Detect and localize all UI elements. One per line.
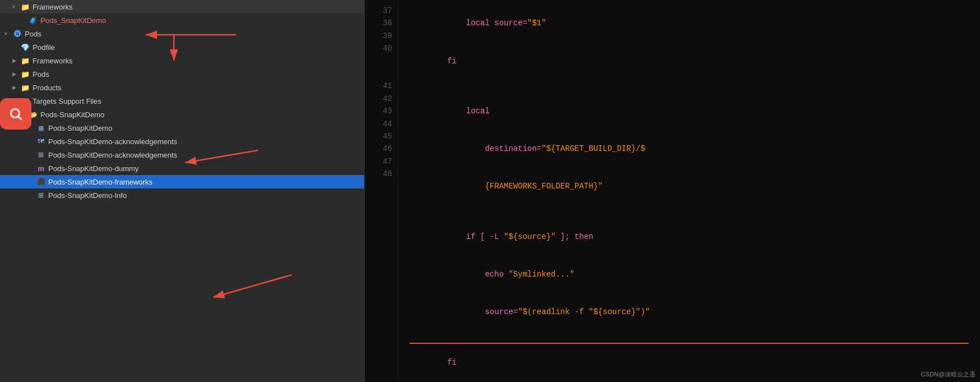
code-line-42: if [ -L "${source}" ]; then [410,218,969,256]
folder-icon: 📁 [20,2,30,12]
grid-icon: ⊞ [36,190,46,200]
tree-item-label: Pods [25,30,42,38]
tree-item-label: Pods-SnapKitDemo [40,111,104,119]
tree-item-label: Podfile [33,43,55,52]
code-line-37: local source="$1" [410,4,969,42]
package-icon: 🧳 [28,15,38,25]
code-line-45: fi [410,344,969,381]
xcconfig-icon: ▦ [36,123,46,133]
doc-icon: 🗺 [36,136,46,146]
tree-item-pods-snapkitdemo-top[interactable]: 🧳 Pods_SnapKitDemo [0,13,364,27]
tree-item-pods-ack2[interactable]: ⊞ Pods-SnapKitDemo-acknowledgements [0,148,364,162]
tree-item-label: Frameworks [33,3,73,11]
collapse-arrow: ▾ [4,31,12,36]
code-lines: local source="$1" fi local destination="… [398,0,980,382]
folder-icon: 📁 [20,56,30,66]
code-line-40c: {FRAMEWORKS_FOLDER_PATH}" [410,168,969,205]
code-line-39 [410,80,969,92]
tree-item-label: Pods-SnapKitDemo-acknowledgements [48,151,177,159]
podfile-icon: 💎 [20,42,30,52]
tree-item-pods[interactable]: ▾ 🅐 Pods [0,27,364,40]
tree-item-pods-sub[interactable]: ▶ 📁 Pods [0,67,364,81]
tree-item-pods-ack1[interactable]: 🗺 Pods-SnapKitDemo-acknowledgements [0,135,364,148]
tree-item-podfile[interactable]: 💎 Podfile [0,40,364,54]
search-button[interactable] [0,98,31,130]
collapse-arrow: ▾ [12,4,20,10]
tree-item-frameworks[interactable]: ▶ 📁 Frameworks [0,54,364,67]
watermark: CSDN@淡暗云之遥 [921,370,976,380]
tree-item-label: Pods-SnapKitDemo [48,124,112,132]
tree-item-label: Pods-SnapKitDemo-frameworks [48,178,153,186]
tree-item-label: Pods-SnapKitDemo-Info [48,191,127,200]
m-icon: m [36,163,46,173]
line-numbers: 37 38 39 40 41 42 43 44 45 46 47 48 [365,0,398,382]
tree-item-label: Pods-SnapKitDemo-acknowledgements [48,137,177,146]
tree-item-label: Pods-SnapKitDemo-dummy [48,164,139,173]
tree-item-pods-snapkitdemo-group[interactable]: ▾ 📂 Pods-SnapKitDemo [0,108,364,121]
tree-item-pods-dummy[interactable]: m Pods-SnapKitDemo-dummy [0,162,364,175]
code-line-44: source="$(readlink -f "${source}")" [410,293,969,344]
code-line-43: echo "Symlinked..." [410,256,969,293]
tree-item-pods-snapkitdemo-xcconfig[interactable]: ▦ Pods-SnapKitDemo [0,121,364,135]
tree-item-products[interactable]: ▶ 📁 Products [0,81,364,94]
file-tree-panel: ▾ 📁 Frameworks 🧳 Pods_SnapKitDemo ▾ 🅐 Po… [0,0,365,382]
folder-icon: 📁 [20,69,30,79]
grid-icon: ⊞ [36,150,46,160]
collapse-arrow: ▶ [12,58,20,63]
code-line-40: local [410,93,969,130]
tree-item-pods-info[interactable]: ⊞ Pods-SnapKitDemo-Info [0,188,364,202]
app-icon: 🅐 [12,29,22,39]
tree-item-label: Targets Support Files [33,97,102,105]
collapse-arrow: ▶ [12,85,20,90]
tree-item-label: Pods_SnapKitDemo [40,16,106,25]
code-line-41 [410,205,969,218]
svg-line-4 [213,275,292,297]
terminal-icon: ⬛ [36,177,46,187]
code-editor: 37 38 39 40 41 42 43 44 45 46 47 48 loca… [365,0,980,382]
tree-item-label: Products [33,84,61,92]
collapse-arrow: ▶ [12,71,20,77]
folder-icon: 📁 [20,82,30,93]
code-line-40b: destination="${TARGET_BUILD_DIR}/$ [410,130,969,168]
tree-item-targets-support[interactable]: ▾ 📁 Targets Support Files [0,94,364,108]
tree-item-label: Pods [33,70,49,79]
tree-item-label: Frameworks [33,57,73,65]
tree-item-pods-frameworks[interactable]: ⬛ Pods-SnapKitDemo-frameworks [0,175,364,188]
svg-line-6 [19,117,22,120]
svg-point-5 [11,109,19,117]
code-line-38: fi [410,42,969,80]
search-icon [8,107,23,121]
tree-item-frameworks-top[interactable]: ▾ 📁 Frameworks [0,0,364,13]
